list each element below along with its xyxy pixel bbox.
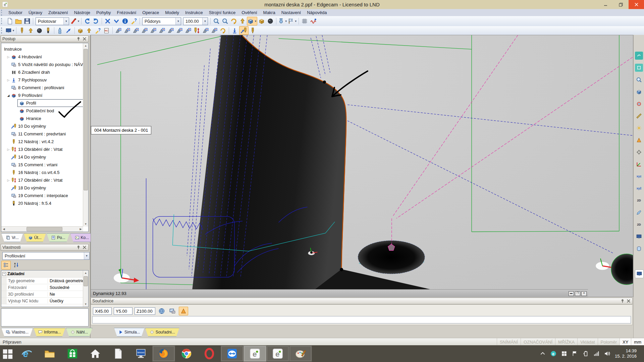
y-coordinate-field[interactable]: Y5.00 <box>114 307 132 315</box>
windows-tray-icon[interactable] <box>561 351 567 357</box>
toggle-xy[interactable]: XY <box>620 338 631 346</box>
toggle-polomer[interactable]: Poloměr <box>598 338 620 346</box>
shaded-view-button-active[interactable]: ▼ <box>247 17 257 25</box>
grid-toggle-button[interactable] <box>300 17 309 25</box>
view-combobox-arrow[interactable]: ▼ <box>175 18 181 25</box>
view-iso-button[interactable] <box>635 52 643 60</box>
expander-icon[interactable]: ▷ <box>6 55 11 59</box>
taskbar-document-app[interactable] <box>107 346 129 362</box>
simulator-button[interactable]: ▼ <box>5 26 15 35</box>
toggle-mm[interactable]: mm <box>631 338 644 346</box>
zoom-all-button[interactable] <box>635 76 643 84</box>
stock-combobox[interactable]: Polotovar ▼ <box>36 17 69 25</box>
gear-icon[interactable] <box>635 148 643 156</box>
viewport-canvas[interactable] <box>91 35 633 297</box>
tool-tap-button[interactable] <box>26 26 35 35</box>
tool-drill-button[interactable] <box>18 26 26 35</box>
collapse-icon[interactable]: − <box>2 272 6 276</box>
tree-item[interactable]: 16 Nástroj : co.vrt.4.5 <box>1 169 88 176</box>
attributes-button[interactable] <box>94 26 102 35</box>
cycle-profiling-button[interactable] <box>131 26 140 35</box>
flag-display-button[interactable]: ▼ <box>287 17 297 25</box>
pan-view-button[interactable] <box>238 17 247 25</box>
cycle-face-button[interactable] <box>210 26 219 35</box>
stock-combobox-arrow[interactable]: ▼ <box>63 18 69 25</box>
volume-icon[interactable] <box>604 351 610 357</box>
tool-mill-button[interactable] <box>44 26 53 35</box>
tree-item[interactable]: 20 Nástroj : fr.5.4 <box>1 199 88 207</box>
probe-button[interactable] <box>56 26 64 35</box>
xyz-relative-button[interactable]: xyẑ <box>635 184 643 192</box>
save-file-button[interactable] <box>23 17 32 25</box>
taskbar-file-explorer[interactable] <box>38 346 61 362</box>
property-category-row[interactable]: − Základní <box>1 270 88 278</box>
menu-operace[interactable]: Operace <box>139 9 162 16</box>
tree-item[interactable]: ▷4 Hrubování <box>1 53 88 61</box>
expander-icon[interactable]: ▷ <box>6 179 11 182</box>
feed-move-button[interactable] <box>249 26 257 35</box>
delete-button[interactable] <box>103 17 112 25</box>
cycle-roughing-button[interactable] <box>114 26 123 35</box>
view-top-button[interactable] <box>635 64 643 72</box>
tool-holder-button[interactable] <box>35 26 44 35</box>
snap-target-button[interactable] <box>635 100 643 108</box>
open-file-button[interactable] <box>14 17 23 25</box>
property-row[interactable]: FrézováníSousledné <box>1 284 88 291</box>
tab-utvary[interactable]: Út... <box>24 233 46 242</box>
menu-makra[interactable]: Makra <box>260 9 278 16</box>
zoom-combobox[interactable]: 100.00 ▼ <box>183 17 208 25</box>
tree-item[interactable]: 19 Comment : interpolace <box>1 192 88 199</box>
toggle-snimani[interactable]: SNÍMÁNÍ <box>497 338 521 346</box>
toolbar-grip[interactable] <box>1 27 4 34</box>
pin-icon[interactable] <box>76 245 81 250</box>
cycle-flat-land-button[interactable] <box>123 26 131 35</box>
close-icon[interactable] <box>82 245 87 250</box>
tree-item[interactable]: 10 Do výměny <box>1 122 88 130</box>
cycle-constant-z-button[interactable] <box>166 26 175 35</box>
tool-add-button[interactable] <box>85 26 94 35</box>
info-button[interactable] <box>121 17 129 25</box>
tree-item[interactable]: Počáteční bod <box>1 107 88 115</box>
tree-item[interactable]: 12 Nástroj : vrt.4.2 <box>1 138 88 145</box>
property-row[interactable]: 3D profilováníNe <box>1 291 88 298</box>
minimize-button[interactable] <box>598 0 613 9</box>
taskbar-lenovo-settings[interactable] <box>129 346 152 362</box>
taskbar-edgecam-active[interactable] <box>244 346 266 362</box>
cycle-pencil-button[interactable] <box>175 26 184 35</box>
categorized-view-button[interactable] <box>1 261 11 269</box>
cycle-parallel-button[interactable] <box>158 26 166 35</box>
network-signal-icon[interactable] <box>593 351 599 357</box>
tree-item[interactable]: ◢9 Profilování <box>1 92 88 99</box>
close-icon[interactable] <box>626 299 631 303</box>
mdi-close-icon[interactable]: ✕ <box>581 291 587 296</box>
cycle-rest-button[interactable] <box>149 26 158 35</box>
property-row[interactable]: Výstup NC kóduÚsečky <box>1 298 88 304</box>
property-grid-scrollbar[interactable]: ▲▼ <box>83 270 88 307</box>
taskbar-edgecam-2[interactable] <box>266 346 289 362</box>
cube-view-button[interactable] <box>635 88 643 96</box>
mode-2d-button[interactable]: 2D <box>635 196 643 204</box>
tree-item[interactable]: 14 Do výměny <box>1 153 88 161</box>
battery-icon[interactable] <box>583 351 589 357</box>
tray-expand-icon[interactable] <box>540 351 546 357</box>
tab-vlastnosti[interactable]: Vlastno... <box>1 328 33 337</box>
cycle-corner-button[interactable] <box>184 26 193 35</box>
context-help-button[interactable] <box>129 17 138 25</box>
tab-postup[interactable]: Po... <box>47 233 70 242</box>
start-button[interactable] <box>0 346 15 362</box>
menu-strojni-funkce[interactable]: Strojní funkce <box>206 9 239 16</box>
measure-button[interactable] <box>635 112 643 120</box>
menu-instrukce[interactable]: Instrukce <box>182 9 206 16</box>
zoom-window-button[interactable] <box>212 17 221 25</box>
close-button[interactable] <box>629 0 644 9</box>
menu-modely[interactable]: Modely <box>162 9 182 16</box>
toolchange-button-active[interactable] <box>239 26 249 35</box>
tree-item[interactable]: 5 Vložit návěští do postupu : NÁVĚŠTÍ <box>1 61 88 68</box>
menu-zobrazeni[interactable]: Zobrazení <box>45 9 71 16</box>
mdi-minimize-icon[interactable]: ▬ <box>569 291 574 296</box>
taskbar-windows-store[interactable] <box>61 346 84 362</box>
sort-az-button[interactable] <box>12 261 21 269</box>
menu-grip[interactable] <box>1 10 4 16</box>
toggle-mrizka[interactable]: MŘÍŽKA <box>555 338 577 346</box>
x-coordinate-field[interactable]: X45.00 <box>93 307 112 315</box>
